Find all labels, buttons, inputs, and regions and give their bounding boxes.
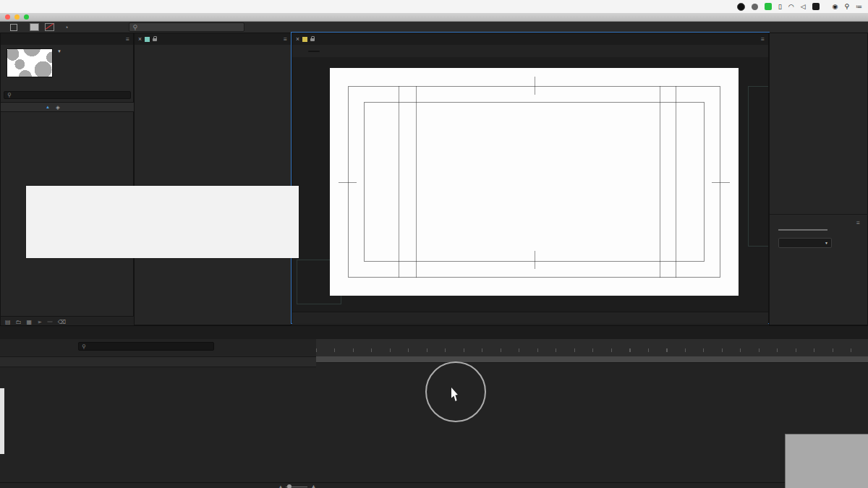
app-window: ▯ ◠ ◁ ◉ ⚲ ≔ ◔ [0, 0, 868, 488]
minimize-window-button[interactable] [14, 14, 20, 20]
zoom-track[interactable] [286, 487, 307, 487]
timeline-footer [0, 482, 868, 488]
composition-info: ▼ [57, 48, 61, 55]
panel-color-icon [302, 37, 307, 42]
chevron-down-icon: ▼ [825, 241, 828, 245]
breadcrumb-current[interactable] [308, 51, 320, 52]
composition-canvas[interactable] [330, 68, 739, 296]
work-area-bar[interactable] [316, 356, 868, 363]
composition-thumbnail [7, 48, 53, 77]
timeline-zoom-slider[interactable]: ▲ ▲ [278, 483, 317, 488]
tools-toolbar: ◔ ⚲ [0, 22, 868, 33]
background-window-corner [785, 434, 868, 488]
effect-controls-tab[interactable]: × ≡ [135, 33, 291, 45]
timeline-header: ⚲ [0, 339, 316, 356]
panel-menu-icon[interactable]: ≡ [126, 35, 129, 43]
composition-breadcrumb [292, 45, 768, 58]
zoom-knob[interactable] [287, 484, 292, 488]
right-center-tick [712, 182, 730, 183]
background-window-sliver [0, 388, 4, 454]
zoom-out-icon[interactable]: ▲ [278, 484, 283, 488]
composition-viewer[interactable] [292, 57, 768, 312]
help-search-box[interactable]: ⚲ [129, 22, 244, 32]
traffic-lights [5, 14, 29, 20]
project-panel: ≡ ▼ ⚲ ▲ ◈ ▤ 🗀 ▦ ➢ ⌫ [0, 33, 134, 325]
label-column-icon[interactable]: ◈ [56, 104, 60, 111]
wifi-icon[interactable]: ◠ [788, 3, 794, 10]
center-cut-guide [416, 86, 417, 278]
close-tab-icon[interactable]: × [138, 35, 142, 43]
window-titlebar [0, 13, 868, 22]
input-source-icon[interactable] [812, 3, 820, 10]
flowchart-icon[interactable]: ➢ [37, 319, 42, 325]
composition-panel: × ≡ [292, 33, 769, 323]
search-icon: ⚲ [132, 24, 137, 31]
snap-toggle[interactable] [10, 24, 20, 31]
composition-panel-tab[interactable]: × ≡ [292, 33, 768, 45]
project-list-header[interactable]: ▲ ◈ [1, 102, 135, 112]
notification-center-icon[interactable]: ≔ [856, 3, 862, 10]
anchor-point-mover-panel: ≡ ▼ [770, 214, 868, 248]
menubar-status-area: ▯ ◠ ◁ ◉ ⚲ ≔ [737, 0, 862, 13]
zoom-window-button[interactable] [24, 14, 29, 20]
center-cut-guide [676, 86, 676, 278]
center-cut-guide [660, 86, 660, 278]
close-tab-icon[interactable]: × [296, 35, 299, 43]
clipboard-icon[interactable]: ▯ [778, 3, 782, 10]
panel-menu-icon[interactable]: ≡ [856, 219, 860, 226]
title-safe-guide [364, 102, 705, 262]
user-icon[interactable]: ◉ [833, 3, 838, 10]
close-window-button[interactable] [5, 14, 10, 20]
center-cut-guide [399, 86, 399, 278]
snap-checkbox[interactable] [10, 24, 17, 31]
timeline-tabs [0, 326, 868, 339]
record-status-icon[interactable] [737, 3, 745, 11]
left-center-tick [339, 182, 357, 183]
effect-controls-panel: × ≡ [134, 33, 292, 325]
stroke-color-swatch[interactable] [45, 23, 54, 31]
timeline-search-input[interactable]: ⚲ [78, 342, 214, 351]
new-folder-icon[interactable]: 🗀 [16, 319, 22, 325]
pasteboard-outline [748, 86, 768, 247]
delete-icon[interactable]: ⌫ [58, 319, 66, 325]
project-panel-tab[interactable]: ≡ [1, 33, 133, 45]
panel-color-icon [145, 37, 150, 42]
caption-overlay [26, 186, 299, 258]
insert-keyframe-dropdown[interactable]: ▼ [778, 238, 832, 248]
time-ruler[interactable] [316, 339, 868, 357]
project-bit-depth[interactable] [47, 321, 53, 322]
bottom-center-tick [535, 251, 535, 269]
top-center-tick [535, 77, 535, 95]
panel-menu-icon[interactable]: ≡ [761, 35, 765, 43]
line-app-icon[interactable] [765, 3, 772, 10]
interpret-footage-icon[interactable]: ▤ [5, 319, 11, 325]
zoom-in-icon[interactable]: ▲ [310, 483, 317, 488]
lock-icon[interactable] [153, 38, 157, 41]
project-search-input[interactable]: ⚲ [4, 91, 131, 99]
if-keyframed-label [770, 231, 868, 238]
camera-status-icon[interactable] [752, 4, 758, 10]
lock-icon[interactable] [310, 38, 315, 41]
mac-menubar: ▯ ◠ ◁ ◉ ⚲ ≔ [0, 0, 868, 13]
fill-color-swatch[interactable] [30, 23, 39, 31]
volume-icon[interactable]: ◁ [801, 3, 806, 10]
viewer-toolbar [292, 312, 768, 324]
spotlight-icon[interactable]: ⚲ [844, 3, 849, 10]
click-highlight-ring [425, 361, 486, 422]
sort-icon: ▲ [46, 105, 50, 109]
panel-menu-icon[interactable]: ≡ [284, 35, 287, 43]
new-composition-icon[interactable]: ▦ [27, 319, 33, 325]
add-menu-icon[interactable]: ◔ [64, 24, 68, 31]
right-sidebar: ≡ ▼ [769, 33, 868, 325]
